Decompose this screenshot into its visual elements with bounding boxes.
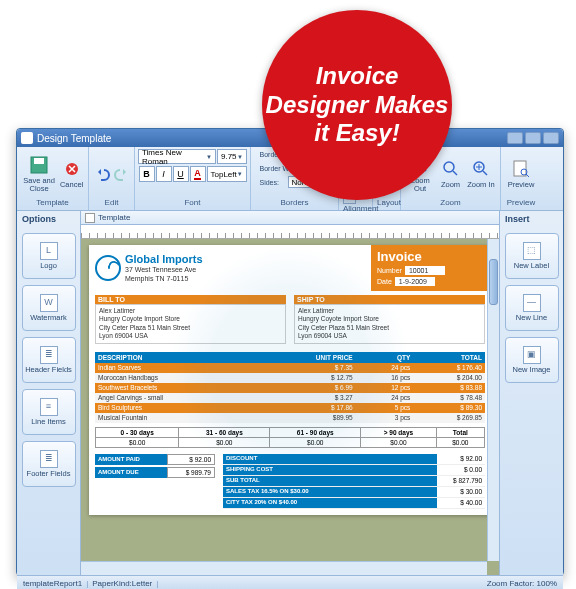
panel-icon: ⬚ (523, 242, 541, 260)
panel-icon: ≡ (40, 398, 58, 416)
col-header: QTY (356, 352, 414, 363)
panel-button-new-label[interactable]: ⬚New Label (505, 233, 559, 279)
font-name-select[interactable]: Times New Roman▼ (138, 149, 216, 164)
undo-icon (94, 166, 110, 182)
promo-badge: Invoice Designer Makes it Easy! (262, 10, 452, 200)
underline-button[interactable]: U (173, 166, 189, 182)
panel-button-label: Header Fields (25, 366, 72, 374)
undo-button[interactable] (93, 164, 111, 184)
options-title: Options (17, 211, 80, 227)
zoom-button[interactable]: Zoom (437, 152, 463, 196)
table-row: Southwest Bracelets$ 6.9912 pcs$ 83.88 (95, 383, 485, 393)
save-close-button[interactable]: Save and Close (21, 152, 57, 196)
font-size-select[interactable]: 9.75▼ (217, 149, 247, 164)
company-logo (95, 255, 121, 281)
aging-cell: $0.00 (436, 437, 484, 447)
total-row: SUB TOTAL$ 827.790 (223, 476, 485, 487)
total-row: SALES TAX 16.5% ON $30.00$ 30.00 (223, 487, 485, 498)
totals-block: DISCOUNT$ 92.00SHIPPING COST$ 0.00SUB TO… (223, 454, 485, 509)
company-block: Global Imports 37 West Tennesee Ave Memp… (125, 253, 203, 283)
chevron-down-icon: ▼ (206, 154, 212, 160)
vertical-scrollbar[interactable] (487, 239, 499, 561)
window-title: Design Template (37, 133, 111, 144)
maximize-button[interactable] (525, 132, 541, 144)
options-panel: Options LLogoWWatermark≣Header Fields≡Li… (17, 211, 81, 575)
group-template-label: Template (21, 198, 84, 208)
panel-button-line-items[interactable]: ≡Line Items (22, 389, 76, 435)
panel-icon: ≣ (40, 346, 58, 364)
panel-button-label: Line Items (31, 418, 66, 426)
aging-header: > 90 days (361, 427, 437, 437)
template-tabbar: Template (81, 211, 499, 225)
status-paperkind: PaperKind:Letter (92, 579, 152, 588)
aging-cell: $0.00 (361, 437, 437, 447)
amount-paid-value: $ 92.00 (167, 454, 215, 465)
table-row: Bird Sculptures$ 17.865 pcs$ 89.30 (95, 403, 485, 413)
template-tab[interactable]: Template (98, 213, 130, 222)
aging-header: Total (436, 427, 484, 437)
app-window: Design Template Save and Close Cancel Te… (16, 128, 564, 576)
svg-rect-1 (34, 158, 44, 164)
cancel-button[interactable]: Cancel (59, 152, 84, 196)
italic-button[interactable]: I (156, 166, 172, 182)
line-items-table: DESCRIPTIONUNIT PRICEQTYTOTAL Indian Sca… (95, 352, 485, 423)
amount-due-label: AMOUNT DUE (95, 467, 167, 478)
total-row: DISCOUNT$ 92.00 (223, 454, 485, 465)
col-header: DESCRIPTION (95, 352, 258, 363)
panel-button-new-line[interactable]: —New Line (505, 285, 559, 331)
chevron-down-icon: ▼ (237, 171, 243, 177)
font-color-button[interactable]: A (190, 166, 206, 182)
insert-panel: Insert ⬚New Label—New Line▣New Image (499, 211, 563, 575)
aging-cell: $0.00 (96, 437, 179, 447)
redo-button[interactable] (113, 164, 131, 184)
scrollbar-thumb[interactable] (489, 259, 498, 305)
panel-button-new-image[interactable]: ▣New Image (505, 337, 559, 383)
invoice-page[interactable]: Global Imports 37 West Tennesee Ave Memp… (89, 245, 491, 515)
preview-button[interactable]: Preview (505, 152, 537, 196)
template-tab-icon (85, 213, 95, 223)
aging-header: 31 - 60 days (179, 427, 270, 437)
zoom-in-button[interactable]: Zoom In (466, 152, 496, 196)
panel-button-logo[interactable]: LLogo (22, 233, 76, 279)
panel-button-header-fields[interactable]: ≣Header Fields (22, 337, 76, 383)
ship-to-header: SHIP TO (294, 295, 485, 304)
redo-icon (114, 166, 130, 182)
panel-button-label: Logo (40, 262, 57, 270)
invoice-title: Invoice (377, 249, 485, 264)
panel-icon: L (40, 242, 58, 260)
status-zoom: Zoom Factor: 100% (487, 579, 557, 588)
group-edit-label: Edit (93, 198, 130, 208)
design-surface: Template Global Imports 37 West Tennesee… (81, 211, 499, 575)
close-button[interactable] (543, 132, 559, 144)
aging-cell: $0.00 (179, 437, 270, 447)
minimize-button[interactable] (507, 132, 523, 144)
text-align-select[interactable]: TopLeft▼ (207, 166, 247, 182)
panel-icon: — (523, 294, 541, 312)
panel-button-label: Watermark (30, 314, 66, 322)
group-preview-label: Preview (505, 198, 537, 208)
bill-to-header: BILL TO (95, 295, 286, 304)
horizontal-ruler (81, 225, 499, 239)
panel-button-footer-fields[interactable]: ≣Footer Fields (22, 441, 76, 487)
table-row: Indian Scarves$ 7.3524 pcs$ 176.40 (95, 363, 485, 373)
border-sides-label: Sides: (260, 179, 286, 186)
bold-button[interactable]: B (139, 166, 155, 182)
panel-icon: W (40, 294, 58, 312)
status-report: templateReport1 (23, 579, 82, 588)
panel-icon: ≣ (40, 450, 58, 468)
table-row: Musical Fountain$89.953 pcs$ 269.85 (95, 413, 485, 423)
invoice-number-label: Number (377, 267, 402, 274)
zoom-in-icon (470, 158, 492, 180)
bill-to-address: Alex LatimerHungry Coyote Import StoreCi… (95, 304, 286, 344)
horizontal-scrollbar[interactable] (81, 561, 487, 575)
panel-button-label: New Line (516, 314, 547, 322)
group-layout-label: Layout (377, 198, 396, 208)
svg-rect-6 (514, 161, 526, 176)
table-row: Moroccan Handbags$ 12.7516 pcs$ 204.00 (95, 373, 485, 383)
aging-table: 0 - 30 days31 - 60 days61 - 90 days> 90 … (95, 427, 485, 448)
font-color-icon: A (194, 168, 201, 180)
group-zoom-label: Zoom (405, 198, 496, 208)
panel-button-watermark[interactable]: WWatermark (22, 285, 76, 331)
zoom-icon (440, 158, 462, 180)
invoice-number-value: 10001 (405, 266, 445, 275)
